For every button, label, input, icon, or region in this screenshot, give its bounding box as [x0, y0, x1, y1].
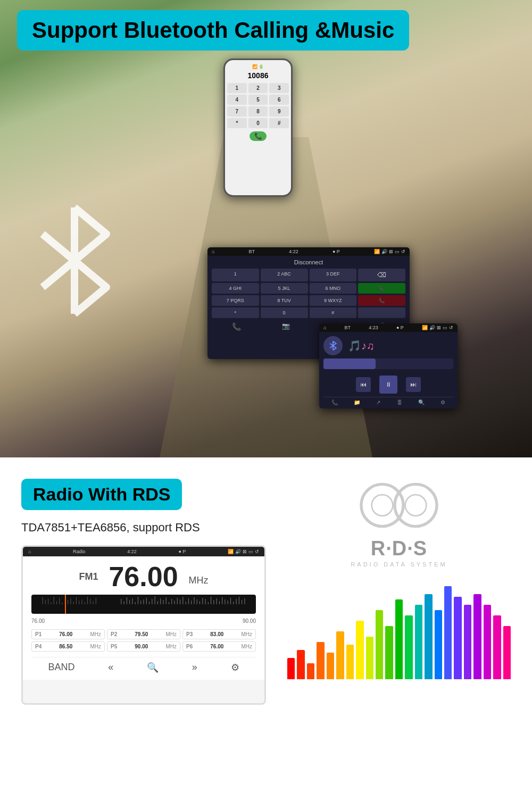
rsm-status-home: ⌂ [28, 549, 31, 554]
key-hash: # [269, 118, 289, 128]
rsm-freq-min: 76.00 [31, 618, 45, 624]
ck-hash: # [310, 307, 357, 318]
music-status-home: ⌂ [323, 325, 326, 330]
music-status-time: 4:23 [369, 325, 378, 330]
eq-bar-15 [435, 610, 442, 679]
ck-4: 4 GHI [212, 283, 259, 294]
radio-title-text: Radio With RDS [33, 484, 170, 504]
next-button[interactable]: ⏭ [406, 377, 421, 392]
rsm-bottombar: BAND«🔍»⚙ [31, 657, 256, 673]
ck-9: 9 WXYZ [310, 295, 357, 306]
music-body: 🎵♪♫ ⏮ ⏸ ⏭ 📞 📁 ↗ 🎛 🔍 ⚙ [319, 332, 458, 408]
call-icon: 📞 [331, 399, 338, 405]
music-header: 🎵♪♫ [323, 336, 453, 355]
eq-bar-9 [376, 610, 383, 679]
rsm-frequency-row: FM1 76.00 MHz [31, 563, 256, 590]
music-status-icons: 📶🔊⊠▭↺ [422, 325, 453, 330]
eq-bar-21 [493, 615, 501, 679]
preset-p6: P6 76.00 MHz [182, 641, 256, 652]
phone-mockup: 📶 🔋 10086 1 2 3 4 5 6 7 8 9 * 0 # 📞 [223, 59, 293, 197]
rsm-unit: MHz [189, 575, 209, 586]
rsm-band: FM1 [79, 571, 98, 582]
phone-screen: 📶 🔋 10086 1 2 3 4 5 6 7 8 9 * 0 # 📞 [225, 60, 291, 195]
ck-star: * [212, 307, 259, 318]
calling-keypad: 1 2 ABC 3 DEF ⌫ 4 GHI 5 JKL 6 MNO 📞 7 PQ… [212, 269, 405, 318]
rsm-status-icons: 📶🔊⊠▭↺ [228, 549, 259, 554]
calling-status-home: ⌂ [212, 249, 214, 254]
music-screen: ⌂ BT 4:23 ● P 📶🔊⊠▭↺ 🎵♪♫ [319, 323, 458, 408]
eq-bar-20 [484, 605, 491, 679]
radio-ctrl-1[interactable]: « [108, 662, 113, 673]
phone-number: 10086 [248, 71, 269, 80]
preset-p2: P2 79.50 MHz [107, 629, 180, 639]
eq-bar-19 [473, 594, 481, 679]
music-notes: 🎵♪♫ [348, 339, 375, 352]
ck-call: 📞 [358, 283, 405, 294]
key-5: 5 [248, 95, 268, 105]
eq-bar-7 [356, 621, 363, 679]
eq-bar-17 [454, 597, 461, 679]
share-icon: ↗ [376, 399, 380, 405]
music-controls: ⏮ ⏸ ⏭ [356, 376, 421, 394]
rds-logo-area: R·D·S RADIO DATA SYSTEM [351, 479, 447, 568]
rds-tagline-text: RADIO DATA SYSTEM [351, 561, 447, 568]
preset-p3: P3 83.00 MHz [182, 629, 256, 639]
key-9: 9 [269, 106, 289, 116]
music-bottom-bar: 📞 📁 ↗ 🎛 🔍 ⚙ [323, 397, 453, 405]
ck-7: 7 PQRS [212, 295, 259, 306]
radio-ctrl-3[interactable]: » [192, 662, 197, 673]
search-icon: 🔍 [418, 399, 425, 405]
ck-0: 0 [261, 307, 308, 318]
eq-bar-4 [327, 653, 334, 679]
eq-bar-8 [366, 637, 373, 679]
ck-3: 3 DEF [310, 269, 357, 281]
rsm-freq-labels: 76.00 90.00 [31, 618, 256, 624]
disconnect-label: Disconnect [212, 259, 405, 265]
rsm-freq-indicator [65, 595, 66, 614]
key-star: * [227, 118, 247, 128]
eq-icon: 🎛 [397, 399, 402, 405]
eq-bar-13 [415, 605, 422, 679]
ck-6: 6 MNO [310, 283, 357, 294]
ck-del: ⌫ [358, 269, 405, 281]
rsm-freq-max: 90.00 [243, 618, 256, 624]
eq-bar-18 [464, 605, 471, 679]
rds-symbol-svg [351, 479, 447, 532]
radio-ctrl-0[interactable]: BAND [48, 662, 74, 673]
calling-body: Disconnect 1 2 ABC 3 DEF ⌫ 4 GHI 5 JKL 6… [207, 256, 410, 334]
radio-ctrl-2[interactable]: 🔍 [147, 662, 159, 673]
rds-subtitle-text: TDA7851+TEA6856, support RDS [21, 521, 266, 535]
calling-status-bt: BT [249, 249, 255, 254]
rsm-status-label: Radio [73, 549, 86, 554]
eq-bar-2 [307, 663, 314, 679]
eq-bar-0 [287, 658, 295, 679]
eq-bar-14 [425, 594, 432, 679]
music-status-bt: BT [345, 325, 351, 330]
radio-screen-mockup: ⌂ Radio 4:22 ● P 📶🔊⊠▭↺ FM1 76.00 MHz [21, 545, 266, 705]
svg-point-68 [395, 484, 437, 526]
preset-p1: P1 76.00 MHz [31, 629, 105, 639]
rds-right-panel: R·D·S RADIO DATA SYSTEM [287, 479, 511, 679]
key-3: 3 [269, 83, 289, 93]
eq-bar-6 [346, 645, 354, 679]
rds-text: R·D·S [371, 537, 427, 560]
play-pause-button[interactable]: ⏸ [379, 376, 397, 394]
svg-point-70 [405, 495, 427, 516]
ck-1: 1 [212, 269, 259, 281]
bluetooth-icon [32, 202, 117, 324]
rsm-presets: P1 76.00 MHzP2 79.50 MHzP3 83.00 MHzP4 8… [31, 629, 256, 652]
phone-call-button: 📞 [250, 131, 267, 141]
equalizer [287, 583, 511, 679]
preset-p4: P4 86.50 MHz [31, 641, 105, 652]
music-statusbar: ⌂ BT 4:23 ● P 📶🔊⊠▭↺ [319, 323, 458, 332]
svg-point-69 [372, 495, 393, 516]
key-0: 0 [248, 118, 268, 128]
radio-ctrl-4[interactable]: ⚙ [231, 662, 239, 673]
calling-status-icons: 📶🔊⊠▭↺ [374, 249, 405, 254]
eq-bar-12 [405, 615, 412, 679]
prev-button[interactable]: ⏮ [356, 377, 371, 392]
phone-keypad: 1 2 3 4 5 6 7 8 9 * 0 # [227, 83, 289, 128]
eq-bar-1 [297, 650, 304, 679]
key-2: 2 [248, 83, 268, 93]
rsm-status-time: 4:22 [127, 549, 137, 554]
